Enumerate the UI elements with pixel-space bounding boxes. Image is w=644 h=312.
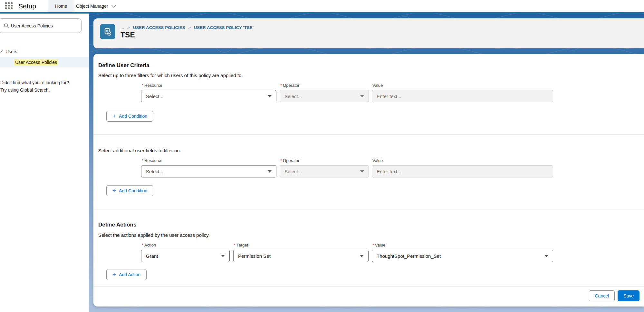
add-condition-button-2[interactable]: + Add Condition	[106, 185, 153, 196]
sidebar-item-user-access-policies[interactable]: User Access Policies	[0, 57, 89, 67]
chevron-down-icon	[0, 50, 3, 53]
sidebar-search[interactable]	[0, 18, 82, 33]
resource-select-2[interactable]: Select...	[141, 165, 276, 177]
chevron-down-icon	[221, 255, 225, 257]
setup-title: Setup	[18, 0, 36, 12]
additional-filters-description: Select additional user fields to filter …	[98, 148, 181, 153]
search-icon	[4, 23, 9, 28]
operator-select[interactable]: Select...	[280, 90, 369, 102]
tab-home-label: Home	[55, 4, 67, 9]
section-divider	[93, 209, 644, 209]
action-value-label: *Value	[372, 243, 385, 247]
chevron-down-icon	[360, 170, 364, 173]
section-divider	[93, 134, 644, 135]
sidebar-hint-line2: Try using Global Search.	[0, 86, 86, 94]
operator-select-placeholder: Select...	[284, 169, 302, 174]
required-asterisk: *	[142, 83, 143, 88]
resource-label: *Resource	[142, 83, 162, 88]
chevron-down-icon	[360, 255, 364, 257]
sidebar-item-label-highlighted: User Access Policies	[14, 59, 58, 65]
chevron-down-icon	[268, 95, 272, 97]
resource-select[interactable]: Select...	[141, 90, 276, 102]
operator-label: *Operator	[280, 83, 299, 88]
action-value-select[interactable]: ThoughtSpot_Permission_Set	[372, 250, 553, 262]
required-asterisk: *	[142, 158, 143, 163]
setup-global-header: Setup Home Object Manager	[0, 0, 644, 12]
operator-select-2[interactable]: Select...	[280, 165, 369, 177]
search-input[interactable]	[11, 19, 79, 33]
resource-select-placeholder: Select...	[146, 94, 163, 99]
define-actions-description: Select the actions applied by the user a…	[98, 232, 210, 238]
action-select[interactable]: Grant	[141, 250, 230, 262]
action-label: *Action	[142, 243, 156, 247]
app-launcher-icon[interactable]	[5, 2, 14, 10]
tab-object-manager[interactable]: Object Manager	[74, 0, 118, 12]
sidebar-section-users-label: Users	[5, 49, 17, 54]
action-value-select-value: ThoughtSpot_Permission_Set	[377, 253, 441, 259]
breadcrumb: ... > USER ACCESS POLICIES > USER ACCESS…	[120, 25, 254, 30]
add-action-label: Add Action	[119, 272, 140, 277]
value-label: Value	[372, 83, 383, 88]
main-background: ... > USER ACCESS POLICIES > USER ACCESS…	[89, 14, 644, 312]
value-input-2[interactable]	[377, 166, 548, 177]
tab-object-manager-label: Object Manager	[76, 4, 108, 9]
required-asterisk: *	[372, 243, 374, 247]
add-action-button[interactable]: + Add Action	[106, 269, 147, 280]
sidebar-hint-line1: Didn't find what you're looking for?	[0, 79, 86, 86]
chevron-down-icon	[360, 95, 364, 97]
breadcrumb-ellipsis: ...	[120, 25, 124, 30]
required-asterisk: *	[280, 83, 282, 88]
operator-select-placeholder: Select...	[284, 94, 302, 99]
setup-sidebar: Users User Access Policies Didn't find w…	[0, 14, 89, 312]
target-label: *Target	[234, 243, 248, 247]
breadcrumb-separator: >	[188, 25, 191, 30]
value-input-wrapper-2	[372, 165, 553, 177]
add-condition-label: Add Condition	[119, 114, 147, 119]
target-select[interactable]: Permission Set	[233, 250, 369, 262]
resource-label: *Resource	[142, 158, 162, 163]
sidebar-hint: Didn't find what you're looking for? Try…	[0, 79, 86, 94]
plus-icon: +	[112, 271, 116, 277]
chevron-down-icon	[268, 170, 272, 173]
policy-form-card: Define User Criteria Select up to three …	[93, 54, 644, 307]
define-actions-heading: Define Actions	[98, 222, 136, 228]
page-title: TSE	[120, 31, 135, 39]
target-select-value: Permission Set	[238, 253, 271, 259]
breadcrumb-link-user-access-policy-tse[interactable]: USER ACCESS POLICY 'TSE'	[194, 25, 254, 30]
define-user-criteria-description: Select up to three filters for which use…	[98, 73, 243, 78]
resource-select-placeholder: Select...	[146, 169, 163, 174]
page-header-card: ... > USER ACCESS POLICIES > USER ACCESS…	[93, 18, 644, 48]
cancel-button[interactable]: Cancel	[589, 290, 615, 301]
add-condition-button-1[interactable]: + Add Condition	[106, 111, 153, 122]
footer-divider	[93, 286, 644, 287]
breadcrumb-separator: >	[127, 25, 130, 30]
tab-home[interactable]: Home	[48, 0, 74, 12]
required-asterisk: *	[280, 158, 282, 163]
value-input-wrapper	[372, 90, 553, 102]
add-condition-label: Add Condition	[119, 188, 147, 193]
action-select-value: Grant	[146, 253, 158, 259]
define-user-criteria-heading: Define User Criteria	[98, 62, 149, 69]
value-input[interactable]	[377, 90, 548, 102]
plus-icon: +	[112, 113, 116, 119]
plus-icon: +	[112, 187, 116, 194]
sidebar-section-users[interactable]: Users	[0, 47, 89, 56]
value-label: Value	[372, 158, 383, 163]
chevron-down-icon	[544, 255, 548, 257]
operator-label: *Operator	[280, 158, 299, 163]
required-asterisk: *	[142, 243, 143, 247]
user-access-policy-icon	[100, 24, 115, 39]
save-button[interactable]: Save	[618, 290, 639, 301]
chevron-down-icon	[111, 4, 116, 9]
required-asterisk: *	[234, 243, 235, 247]
breadcrumb-link-user-access-policies[interactable]: USER ACCESS POLICIES	[133, 25, 185, 30]
form-footer-actions: Cancel Save	[589, 290, 639, 301]
